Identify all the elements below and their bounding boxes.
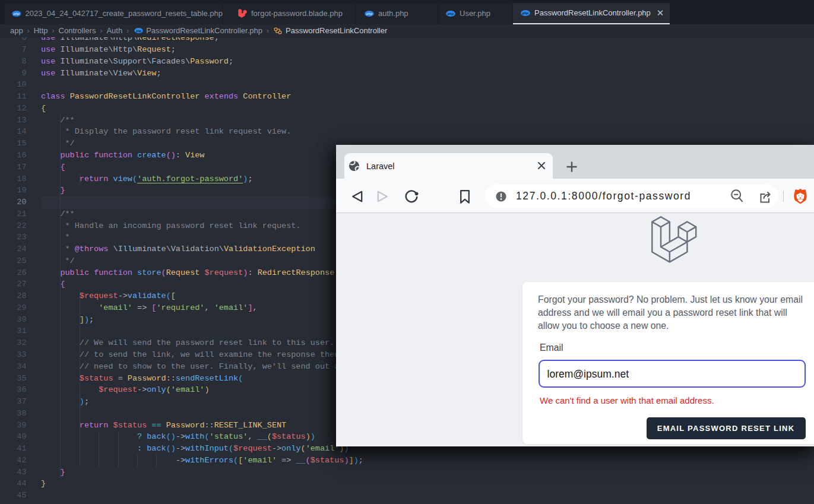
svg-text:php: php (135, 29, 141, 33)
svg-text:php: php (366, 12, 373, 15)
svg-text:php: php (13, 12, 20, 15)
svg-text:php: php (522, 11, 529, 15)
svg-text:php: php (447, 12, 454, 15)
